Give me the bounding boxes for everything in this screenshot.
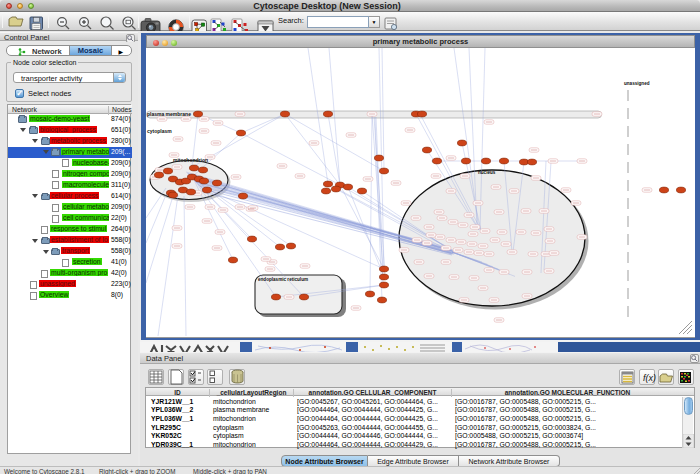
svg-text:endoplasmic reticulum: endoplasmic reticulum xyxy=(258,277,308,282)
svg-text:plasma membrane: plasma membrane xyxy=(147,111,191,117)
svg-text:unassigned: unassigned xyxy=(624,81,650,86)
svg-text:nucleus: nucleus xyxy=(478,170,496,175)
svg-text:f(x): f(x) xyxy=(643,373,656,383)
svg-text:cytoplasm: cytoplasm xyxy=(147,128,172,134)
svg-text:mitochondrion: mitochondrion xyxy=(173,157,208,163)
